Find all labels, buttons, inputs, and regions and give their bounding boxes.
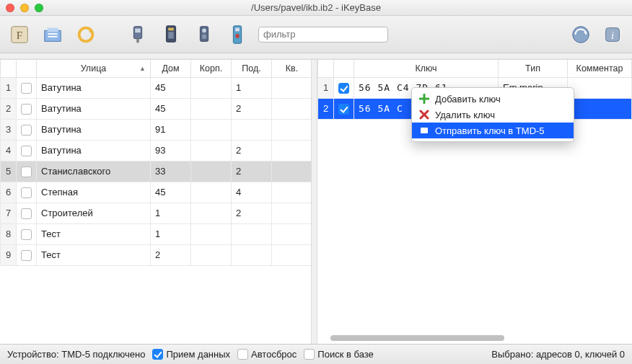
- toolbar-info-icon[interactable]: i: [600, 22, 625, 47]
- col-kv[interactable]: Кв.: [272, 60, 312, 77]
- cell-kv[interactable]: [272, 140, 312, 161]
- cell-pod[interactable]: 2: [232, 98, 272, 119]
- table-row[interactable]: 4Ватутина932: [1, 140, 312, 161]
- row-checkbox[interactable]: [17, 77, 37, 98]
- cell-house[interactable]: 1: [151, 203, 191, 223]
- col-house[interactable]: Дом: [151, 60, 191, 77]
- cell-kv[interactable]: [272, 244, 312, 265]
- horizontal-scrollbar[interactable]: [330, 335, 620, 341]
- row-checkbox[interactable]: [17, 161, 37, 182]
- cell-kv[interactable]: [272, 119, 312, 140]
- table-row[interactable]: 6Степная454: [1, 182, 312, 203]
- ctx-del-key[interactable]: Удалить ключ: [412, 107, 574, 123]
- row-checkbox[interactable]: [17, 140, 37, 161]
- cell-kv[interactable]: [272, 223, 312, 244]
- table-row[interactable]: 5Станиславского332: [1, 161, 312, 182]
- toolbar-globe-sync-icon[interactable]: [569, 22, 593, 47]
- cell-house[interactable]: 91: [151, 119, 191, 140]
- toolbar-font-icon[interactable]: F: [7, 22, 32, 47]
- toolbar-folder-icon[interactable]: [40, 22, 65, 47]
- cell-house[interactable]: 45: [151, 98, 191, 119]
- row-checkbox[interactable]: [334, 98, 354, 119]
- table-row[interactable]: 3Ватутина91: [1, 119, 312, 140]
- cell-pod[interactable]: 1: [232, 77, 272, 98]
- cell-pod[interactable]: [232, 119, 272, 140]
- row-checkbox[interactable]: [17, 98, 37, 119]
- status-recv[interactable]: Прием данных: [152, 349, 230, 360]
- col-type[interactable]: Тип: [499, 60, 568, 77]
- cell-street[interactable]: Станиславского: [37, 161, 151, 182]
- row-checkbox[interactable]: [17, 182, 37, 203]
- table-row[interactable]: 7Строителей12: [1, 203, 312, 223]
- row-checkbox[interactable]: [17, 244, 37, 265]
- cell-house[interactable]: 93: [151, 140, 191, 161]
- toolbar-refresh-icon[interactable]: [74, 22, 98, 47]
- cell-korp[interactable]: [191, 182, 232, 203]
- ctx-send-key[interactable]: Отправить ключ в TMD-5: [412, 123, 574, 138]
- cell-korp[interactable]: [191, 223, 232, 244]
- row-checkbox[interactable]: [17, 223, 37, 244]
- cell-house[interactable]: 45: [151, 77, 191, 98]
- cell-street[interactable]: Тест: [37, 244, 151, 265]
- cell-korp[interactable]: [191, 140, 232, 161]
- status-search[interactable]: Поиск в базе: [304, 349, 373, 360]
- cell-comment[interactable]: [568, 98, 632, 119]
- cell-pod[interactable]: 2: [232, 203, 272, 223]
- col-pod[interactable]: Под.: [232, 60, 272, 77]
- table-row[interactable]: 8Тест1: [1, 223, 312, 244]
- status-autoreset[interactable]: Автосброс: [237, 349, 297, 360]
- cell-korp[interactable]: [191, 161, 232, 182]
- cell-kv[interactable]: [272, 203, 312, 223]
- col-comment[interactable]: Комментар: [568, 60, 632, 77]
- row-checkbox[interactable]: [17, 119, 37, 140]
- cell-house[interactable]: 2: [151, 244, 191, 265]
- col-checkbox[interactable]: [334, 60, 354, 77]
- table-row[interactable]: 1Ватутина451: [1, 77, 312, 98]
- table-row[interactable]: 9Тест2: [1, 244, 312, 265]
- col-rownum[interactable]: [1, 60, 17, 77]
- toolbar-device4-icon[interactable]: [225, 22, 250, 47]
- cell-kv[interactable]: [272, 161, 312, 182]
- cell-korp[interactable]: [191, 77, 232, 98]
- cell-korp[interactable]: [191, 244, 232, 265]
- row-checkbox[interactable]: [17, 203, 37, 223]
- cell-house[interactable]: 45: [151, 182, 191, 203]
- cell-street[interactable]: Ватутина: [37, 140, 151, 161]
- cell-pod[interactable]: 2: [232, 140, 272, 161]
- cell-pod[interactable]: [232, 244, 272, 265]
- cell-street[interactable]: Ватутина: [37, 77, 151, 98]
- ctx-add-key[interactable]: Добавить ключ: [412, 91, 574, 107]
- cell-korp[interactable]: [191, 203, 232, 223]
- window-title: /Users/pavel/ikb.ib2 - iKeyBase: [0, 2, 632, 13]
- row-checkbox[interactable]: [334, 77, 354, 98]
- table-row[interactable]: 2Ватутина452: [1, 98, 312, 119]
- col-rownum[interactable]: [318, 60, 334, 77]
- cell-pod[interactable]: [232, 223, 272, 244]
- cell-street[interactable]: Строителей: [37, 203, 151, 223]
- cell-pod[interactable]: 4: [232, 182, 272, 203]
- svg-rect-11: [168, 32, 174, 38]
- cell-kv[interactable]: [272, 77, 312, 98]
- cell-korp[interactable]: [191, 98, 232, 119]
- col-key[interactable]: Ключ: [354, 60, 499, 77]
- cell-kv[interactable]: [272, 182, 312, 203]
- ctx-send-label: Отправить ключ в TMD-5: [435, 125, 545, 136]
- cell-comment[interactable]: [568, 77, 632, 98]
- cell-street[interactable]: Степная: [37, 182, 151, 203]
- cell-korp[interactable]: [191, 119, 232, 140]
- col-korp[interactable]: Корп.: [191, 60, 232, 77]
- toolbar-device3-icon[interactable]: [192, 22, 216, 47]
- col-street[interactable]: Улица▲: [37, 60, 151, 77]
- cell-kv[interactable]: [272, 98, 312, 119]
- cell-street[interactable]: Ватутина: [37, 98, 151, 119]
- cell-house[interactable]: 1: [151, 223, 191, 244]
- toolbar-device2-icon[interactable]: [159, 22, 183, 47]
- col-checkbox[interactable]: [17, 60, 37, 77]
- cell-pod[interactable]: 2: [232, 161, 272, 182]
- cell-street[interactable]: Ватутина: [37, 119, 151, 140]
- cell-street[interactable]: Тест: [37, 223, 151, 244]
- filter-input[interactable]: [258, 27, 388, 43]
- toolbar-device1-icon[interactable]: [126, 22, 150, 47]
- cell-house[interactable]: 33: [151, 161, 191, 182]
- svg-rect-3: [48, 33, 57, 35]
